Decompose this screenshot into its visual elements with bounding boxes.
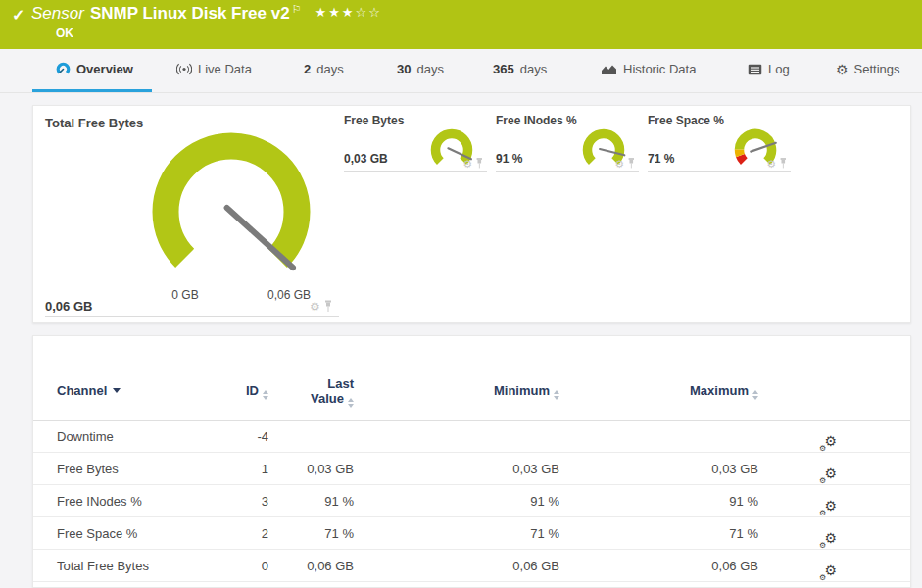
tab-365-days[interactable]: 365 days [493, 49, 547, 89]
cell-minimum: 0,03 GB [366, 462, 559, 476]
cell-minimum: 91 % [366, 494, 559, 509]
tab-2-days[interactable]: 2 days [304, 49, 344, 89]
ok-check-icon: ✓ [12, 6, 24, 24]
channel-settings-icon[interactable]: ⚙⚙ [819, 467, 837, 485]
pin-icon[interactable] [779, 158, 788, 170]
primary-gauge-min-label: 0 GB [156, 288, 215, 302]
log-list-icon [748, 64, 762, 75]
gauge-icon [56, 62, 71, 76]
table-row-total-free-bytes[interactable]: Total Free Bytes 0 0,06 GB 0,06 GB 0,06 … [33, 550, 910, 582]
small-gauge-value: 0,03 GB [344, 152, 388, 166]
cell-id: 0 [180, 559, 268, 573]
gauge-settings-icon[interactable]: ⚙ [614, 158, 624, 169]
primary-gauge-value: 0,06 GB [45, 299, 92, 314]
gauge-settings-icon[interactable]: ⚙ [766, 158, 776, 169]
gauge-block-divider [648, 171, 791, 172]
cell-channel: Total Free Bytes [57, 559, 149, 573]
pin-icon[interactable] [627, 158, 636, 170]
cell-last-value: 91 % [259, 494, 354, 509]
pin-icon[interactable] [323, 300, 333, 313]
channels-table-panel: Channel ID Last Value Minimum Maximum Do… [32, 335, 911, 588]
channel-settings-icon[interactable]: ⚙⚙ [819, 532, 837, 550]
tab-2-days-label: days [316, 62, 343, 76]
cell-id: 3 [180, 494, 268, 509]
small-gauge-value: 91 % [496, 152, 522, 166]
cell-maximum: 0,03 GB [562, 462, 758, 476]
tab-live-data-label: Live Data [198, 62, 252, 76]
primary-gauge-title: Total Free Bytes [45, 116, 143, 130]
small-gauge-free-inodes: Free INodes % 91 % ⚙ [496, 106, 639, 184]
channel-settings-icon[interactable]: ⚙⚙ [819, 435, 837, 453]
column-header-minimum-label: Minimum [494, 383, 550, 398]
object-kind-label: Sensor [31, 4, 84, 23]
tab-30-days-label: days [416, 62, 443, 76]
tab-365-days-number: 365 [493, 62, 514, 76]
priority-stars[interactable]: ★★★☆☆ [315, 5, 382, 20]
cell-channel: Free INodes % [57, 494, 142, 509]
tab-settings[interactable]: ⚙ Settings [836, 49, 900, 89]
gauge-block-divider [496, 171, 639, 172]
table-row-free-space[interactable]: Free Space % 2 71 % 71 % 71 % ⚙⚙ [33, 517, 910, 550]
tab-live-data[interactable]: Live Data [176, 49, 252, 89]
cell-channel: Free Space % [57, 526, 137, 541]
gauge-block-divider [344, 171, 487, 172]
area-chart-icon [601, 63, 617, 75]
table-row-free-inodes[interactable]: Free INodes % 3 91 % 91 % 91 % ⚙⚙ [33, 485, 910, 517]
tab-30-days-number: 30 [397, 62, 411, 76]
column-header-maximum-label: Maximum [690, 383, 749, 398]
cell-id: 1 [180, 462, 268, 476]
cell-minimum: 71 % [366, 526, 559, 541]
column-header-id-label: ID [246, 383, 259, 398]
cell-last-value: 0,06 GB [259, 559, 354, 573]
column-header-channel-label: Channel [57, 383, 107, 398]
tab-historic-data[interactable]: Historic Data [601, 49, 696, 89]
live-data-icon [176, 63, 192, 75]
tab-settings-label: Settings [854, 62, 900, 76]
sensor-status-bar: ✓ SensorSNMP Linux Disk Free v2⚐★★★☆☆ OK [0, 0, 922, 49]
sort-arrows-icon [752, 390, 758, 400]
cell-minimum: 0,06 GB [366, 559, 559, 573]
cell-maximum: 91 % [562, 494, 758, 509]
cell-last-value: 71 % [259, 526, 354, 541]
cell-channel: Free Bytes [57, 462, 119, 476]
channel-settings-icon[interactable]: ⚙⚙ [819, 500, 837, 517]
tab-log[interactable]: Log [748, 49, 790, 89]
cell-maximum: 71 % [562, 526, 758, 541]
pin-icon[interactable] [475, 158, 484, 170]
gauge-settings-icon[interactable]: ⚙ [462, 158, 472, 169]
status-badge: OK [56, 26, 73, 40]
cell-channel: Downtime [57, 429, 114, 444]
tab-overview[interactable]: Overview [56, 49, 133, 89]
column-header-id[interactable]: ID [180, 383, 268, 400]
gauge-block-divider [45, 316, 339, 317]
small-gauge-actions: ⚙ [766, 158, 787, 170]
primary-gauge-actions: ⚙ [310, 300, 333, 313]
tab-overview-label: Overview [76, 62, 133, 76]
sort-arrows-icon [348, 398, 354, 408]
cell-id: -4 [180, 429, 268, 444]
gauges-panel: Total Free Bytes 0 GB 0,06 GB 0,06 GB ⚙ … [32, 105, 911, 323]
channel-settings-icon[interactable]: ⚙⚙ [819, 564, 837, 582]
primary-gauge [133, 123, 329, 280]
gauge-settings-icon[interactable]: ⚙ [310, 301, 320, 313]
column-header-maximum[interactable]: Maximum [562, 383, 758, 400]
gear-icon: ⚙ [836, 63, 849, 76]
small-gauge-title: Free INodes % [496, 114, 577, 127]
small-gauge-title: Free Bytes [344, 114, 404, 127]
small-gauge-value: 71 % [648, 152, 674, 166]
cell-id: 2 [180, 526, 268, 541]
flag-icon[interactable]: ⚐ [292, 3, 302, 15]
column-header-minimum[interactable]: Minimum [366, 383, 559, 400]
tab-log-label: Log [768, 62, 790, 76]
sensor-title: SNMP Linux Disk Free v2 [90, 4, 290, 23]
tab-30-days[interactable]: 30 days [397, 49, 444, 89]
small-gauge-actions: ⚙ [462, 158, 483, 170]
column-header-last-value[interactable]: Last Value [259, 376, 354, 408]
small-gauge-actions: ⚙ [614, 158, 635, 170]
small-gauge-free-bytes: Free Bytes 0,03 GB ⚙ [344, 106, 487, 184]
column-header-channel[interactable]: Channel [57, 383, 121, 398]
table-row-downtime[interactable]: Downtime -4 ⚙⚙ [33, 420, 910, 453]
small-gauge-title: Free Space % [648, 114, 724, 127]
table-row-free-bytes[interactable]: Free Bytes 1 0,03 GB 0,03 GB 0,03 GB ⚙⚙ [33, 453, 910, 485]
cell-last-value: 0,03 GB [259, 462, 354, 476]
